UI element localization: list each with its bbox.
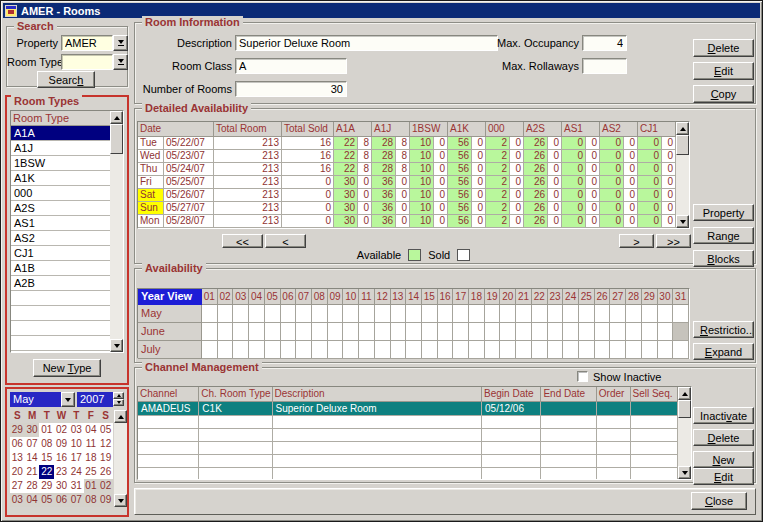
year-view-cell[interactable]: [642, 323, 658, 341]
calendar-day[interactable]: 25: [84, 465, 99, 479]
year-view-cell[interactable]: [391, 341, 407, 359]
year-view-cell[interactable]: [453, 341, 469, 359]
year-view-cell[interactable]: [328, 305, 344, 323]
edit-channel-button[interactable]: Edit: [693, 468, 754, 485]
year-view-cell[interactable]: [453, 305, 469, 323]
calendar-day[interactable]: 16: [54, 451, 69, 465]
calendar-day[interactable]: 20: [10, 465, 25, 479]
calendar-day[interactable]: 14: [25, 451, 40, 465]
calendar-day[interactable]: 31: [69, 479, 84, 493]
room-type-item[interactable]: A1B: [11, 261, 110, 276]
channel-empty-row[interactable]: [138, 442, 678, 455]
year-view-cell[interactable]: [375, 305, 391, 323]
year-view-cell[interactable]: [438, 323, 454, 341]
room-type-empty-row[interactable]: [11, 291, 110, 306]
year-view-cell[interactable]: [422, 305, 438, 323]
room-type-item[interactable]: A1A: [11, 126, 110, 141]
property-input[interactable]: [61, 35, 113, 51]
year-view-cell[interactable]: [485, 305, 501, 323]
room-class-input[interactable]: [235, 58, 347, 74]
year-view-cell[interactable]: [626, 323, 642, 341]
year-view-cell[interactable]: [343, 341, 359, 359]
calendar-day[interactable]: 30: [25, 423, 40, 437]
year-view-cell[interactable]: [548, 305, 564, 323]
year-view-cell[interactable]: [375, 323, 391, 341]
close-button[interactable]: Close: [691, 492, 747, 510]
calendar-day[interactable]: 17: [69, 451, 84, 465]
calendar-month-select[interactable]: May: [10, 392, 61, 407]
room-type-item[interactable]: 000: [11, 186, 110, 201]
room-type-input[interactable]: [61, 54, 113, 70]
detailed-availability-row[interactable]: Thu05/24/072131622828810056020260000000: [138, 163, 676, 176]
calendar-day[interactable]: 05: [98, 423, 113, 437]
scroll-up-icon[interactable]: [678, 387, 691, 400]
year-view-cell[interactable]: [312, 323, 328, 341]
year-view-cell[interactable]: [406, 305, 422, 323]
year-view-cell[interactable]: [202, 323, 218, 341]
calendar-month-dropdown-button[interactable]: [61, 392, 75, 407]
channel-empty-row[interactable]: [138, 416, 678, 429]
calendar-day[interactable]: 29: [39, 479, 54, 493]
show-inactive-checkbox[interactable]: [577, 371, 588, 382]
channel-empty-row[interactable]: [138, 455, 678, 468]
year-view-cell[interactable]: [642, 341, 658, 359]
year-view-cell[interactable]: [610, 341, 626, 359]
calendar-day[interactable]: 04: [25, 493, 40, 507]
year-view-cell[interactable]: [532, 323, 548, 341]
room-type-item[interactable]: A2S: [11, 201, 110, 216]
year-view-cell[interactable]: [658, 305, 674, 323]
detailed-availability-row[interactable]: Tue05/22/072131622828810056020260000000: [138, 137, 676, 150]
year-view-cell[interactable]: [658, 323, 674, 341]
year-view-cell[interactable]: [233, 341, 249, 359]
year-view-cell[interactable]: [249, 323, 265, 341]
calendar-day[interactable]: 22: [39, 465, 54, 479]
property-button[interactable]: Property: [693, 204, 754, 221]
max-rollaways-input[interactable]: [582, 58, 627, 74]
calendar-day[interactable]: 06: [54, 493, 69, 507]
calendar-day[interactable]: 09: [54, 437, 69, 451]
year-view-cell[interactable]: [626, 341, 642, 359]
year-view-cell[interactable]: [595, 341, 611, 359]
year-view-cell[interactable]: [595, 305, 611, 323]
year-view-cell[interactable]: [281, 305, 297, 323]
property-dropdown-button[interactable]: [113, 35, 128, 51]
year-view-cell[interactable]: [500, 323, 516, 341]
calendar-day[interactable]: 05: [39, 493, 54, 507]
copy-room-button[interactable]: Copy: [693, 85, 754, 103]
detailed-availability-row[interactable]: Fri05/25/07213030036010056020260000000: [138, 176, 676, 189]
calendar-day[interactable]: 11: [84, 437, 99, 451]
room-type-empty-row[interactable]: [11, 336, 110, 351]
year-view-cell[interactable]: [673, 305, 689, 323]
year-view-cell[interactable]: [218, 341, 234, 359]
calendar-day[interactable]: 08: [84, 493, 99, 507]
year-view-cell[interactable]: [391, 305, 407, 323]
spin-down-icon[interactable]: [113, 399, 124, 406]
year-view-cell[interactable]: [532, 305, 548, 323]
year-view-cell[interactable]: [202, 341, 218, 359]
detailed-availability-row[interactable]: Sun05/27/07213030036010056020260000000: [138, 202, 676, 215]
calendar-day[interactable]: 15: [39, 451, 54, 465]
room-type-empty-row[interactable]: [11, 306, 110, 321]
year-view-cell[interactable]: [249, 341, 265, 359]
nav-prev-button[interactable]: <: [265, 234, 306, 248]
delete-room-button[interactable]: Delete: [693, 39, 754, 57]
room-type-item[interactable]: CJ1: [11, 246, 110, 261]
year-view-cell[interactable]: [422, 323, 438, 341]
range-button[interactable]: Range: [693, 227, 754, 244]
year-view-cell[interactable]: [296, 305, 312, 323]
detailed-availability-row[interactable]: Sat05/26/07213030036010056020260000000: [138, 189, 676, 202]
calendar-day[interactable]: 07: [25, 437, 40, 451]
calendar-day[interactable]: 03: [10, 493, 25, 507]
year-view-cell[interactable]: [642, 305, 658, 323]
year-view-cell[interactable]: [296, 341, 312, 359]
scroll-down-icon[interactable]: [110, 339, 123, 352]
year-view-cell[interactable]: [610, 323, 626, 341]
search-button[interactable]: Search: [37, 71, 95, 88]
year-view-cell[interactable]: [265, 341, 281, 359]
nav-first-button[interactable]: <<: [222, 234, 263, 248]
year-view-cell[interactable]: [516, 305, 532, 323]
year-view-cell[interactable]: [422, 341, 438, 359]
inactivate-channel-button[interactable]: Inactivate: [693, 407, 754, 424]
year-view-cell[interactable]: [281, 341, 297, 359]
channel-empty-row[interactable]: [138, 429, 678, 442]
